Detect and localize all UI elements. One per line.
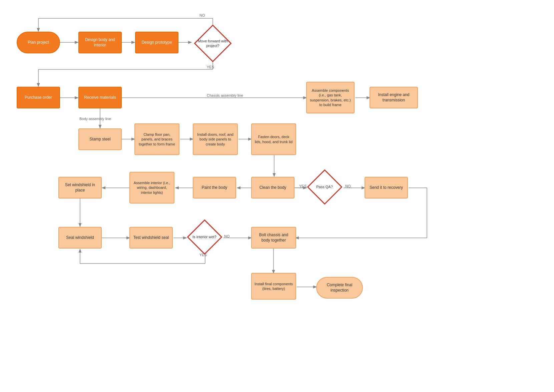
bolt-chassis-node: Bolt chassis and body together	[251, 227, 296, 249]
purchase-order-node: Purchase order	[17, 87, 60, 108]
label-body-line: Body assembly line	[79, 117, 111, 121]
complete-inspection-node: Complete final inspection	[316, 277, 363, 299]
label-chassis-line: Chassis assembly line	[207, 93, 243, 97]
plan-project-node: Plan project	[17, 32, 60, 53]
design-proto-node: Design prototype	[135, 32, 178, 53]
label-yes-qa: YES	[299, 184, 307, 188]
set-windshield-node: Set windshield in place	[58, 177, 102, 199]
label-yes-top: YES	[207, 65, 214, 69]
stamp-steel-node: Stamp steel	[78, 128, 122, 150]
diamond-qa: Pass QA?	[306, 172, 343, 202]
install-doors-node: Install doors, roof, and body side panel…	[193, 123, 238, 155]
flowchart-canvas: NO YES Chassis assembly line Body assemb…	[0, 0, 554, 392]
label-no-qa: NO	[345, 184, 351, 188]
clean-body-node: Clean the body	[251, 177, 295, 199]
assemble-components-node: Assemble components (i.e., gas tank, sus…	[306, 82, 355, 113]
design-body-node: Design body and interior	[78, 32, 122, 53]
label-no-top: NO	[199, 13, 205, 17]
assemble-interior-node: Assemble interior (i.e., wiring, dashboa…	[129, 172, 174, 204]
seal-windshield-node: Seal windshield	[58, 227, 102, 249]
diamond-wet: Is interior wet?	[186, 222, 223, 252]
diamond-move-forward: Move forward with project?	[191, 27, 234, 60]
label-no-wet: NO	[224, 234, 230, 238]
receive-materials-node: Receive materials	[78, 87, 122, 108]
install-final-node: Install final components (tires, battery…	[251, 273, 296, 300]
test-windshield-node: Test windshield seal	[129, 227, 173, 249]
fasten-doors-node: Fasten doors, deck lids, hood, and trunk…	[251, 123, 296, 155]
install-engine-node: Install engine and transmission	[370, 87, 418, 108]
send-recovery-node: Send it to recovery	[365, 177, 408, 199]
clamp-floor-node: Clamp floor pan, panels, and braces toge…	[134, 123, 179, 155]
paint-body-node: Paint the body	[193, 177, 236, 199]
